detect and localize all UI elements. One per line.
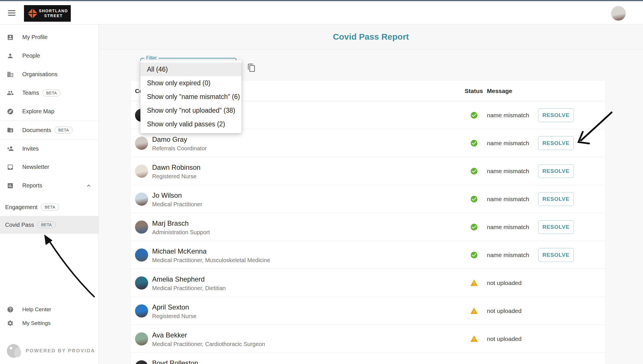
sidebar-nav: My Profile People Organisations Teams — [0, 28, 98, 234]
avatar — [135, 221, 148, 234]
menu-icon[interactable] — [8, 9, 17, 18]
sidebar-item[interactable]: Reports — [0, 176, 98, 195]
filter-select-label: Filter — [144, 55, 159, 61]
sidebar-footer-item[interactable]: Help Center — [0, 303, 98, 316]
avatar — [135, 165, 148, 178]
sidebar-item-label: Engagement — [5, 204, 37, 211]
status-message: name mismatch — [487, 140, 529, 147]
sidebar-item-label: Teams — [22, 90, 39, 96]
status-message: name mismatch — [487, 112, 529, 119]
avatar — [135, 193, 148, 206]
avatar — [135, 276, 148, 290]
sidebar-item[interactable]: Teams BETA — [0, 84, 98, 102]
contact-role: Medical Practitioner, Musculoskeletal Me… — [152, 257, 270, 264]
contact-role: Medical Practitioner — [152, 201, 202, 208]
beta-badge: BETA — [55, 127, 73, 134]
sidebar-item[interactable]: Documents BETA — [0, 121, 98, 139]
avatar — [135, 248, 148, 262]
sidebar-item[interactable]: People — [0, 46, 98, 65]
avatar — [135, 137, 148, 150]
contact-name: Damo Gray — [152, 136, 187, 143]
warning-icon — [470, 279, 478, 287]
beta-badge: BETA — [41, 204, 59, 211]
contact-role: Administration Support — [152, 229, 210, 236]
filter-option[interactable]: Show only "not uploaded" (38) — [140, 104, 241, 117]
check-circle-icon — [470, 195, 478, 203]
contact-role: Referrals Coordinator — [152, 145, 207, 152]
sidebar-item[interactable]: Explore Map — [0, 102, 98, 121]
explore-icon — [7, 108, 14, 115]
sidebar-item-label: Reports — [22, 182, 42, 189]
avatar — [135, 360, 148, 364]
check-circle-icon — [470, 111, 478, 119]
status-message: not uploaded — [487, 308, 521, 314]
avatar — [135, 304, 148, 318]
window-top-strip — [0, 0, 643, 1]
top-bar: SHORTLAND STREET — [0, 1, 643, 25]
resolve-button[interactable]: RESOLVE — [538, 136, 574, 150]
sidebar-item[interactable]: Engagement BETA — [0, 198, 98, 216]
contact-role: Medical Practitioner, Cardiothoracic Sur… — [152, 341, 265, 347]
filter-option[interactable]: Show only "name mismatch" (6) — [140, 90, 241, 104]
app-window: SHORTLAND STREET My Profile People — [0, 0, 643, 364]
powered-by: POWERED BY PROVIDA — [7, 343, 95, 358]
person-add-icon — [7, 145, 14, 152]
resolve-button[interactable]: RESOLVE — [538, 164, 574, 178]
contact-name: Dawn Robinson — [152, 163, 200, 171]
sidebar-item[interactable]: Covid Pass BETA — [0, 216, 98, 234]
inbox-icon — [7, 164, 14, 171]
copy-icon[interactable] — [247, 63, 256, 72]
logo-text: SHORTLAND STREET — [39, 9, 68, 19]
table-body: name mismatch RESOLVE Damo Gray Referral… — [130, 101, 605, 364]
sidebar-item-label: Organisations — [22, 71, 57, 78]
expand-less-icon[interactable] — [85, 182, 92, 189]
sidebar-item[interactable]: Newsletter — [0, 158, 98, 176]
filter-option[interactable]: Show only valid passes (2) — [140, 117, 241, 131]
resolve-button[interactable]: RESOLVE — [538, 108, 574, 122]
contact-role: Registered Nurse — [152, 313, 197, 319]
powered-by-text: POWERED BY PROVIDA — [26, 348, 95, 354]
table-row: Ava Bekker Medical Practitioner, Cardiot… — [130, 325, 605, 353]
sidebar-item[interactable]: My Profile — [0, 28, 98, 46]
status-message: not uploaded — [487, 280, 521, 286]
resolve-button[interactable]: RESOLVE — [538, 248, 574, 262]
sidebar-item[interactable]: Invites — [0, 139, 98, 158]
sidebar-item-label: Documents — [22, 127, 51, 134]
sidebar-item-label: Invites — [22, 145, 39, 152]
column-header-message: Message — [487, 88, 512, 94]
contact-name: Ava Bekker — [152, 331, 187, 339]
contact-name: Michael McKenna — [152, 247, 207, 255]
sidebar-item-label: My Profile — [22, 34, 48, 41]
contact-name: Jo Wilson — [152, 191, 182, 199]
logo-diamond-icon — [26, 7, 39, 20]
resolve-button[interactable]: RESOLVE — [538, 192, 574, 206]
warning-icon — [470, 335, 478, 343]
filter-option[interactable]: Show only expired (0) — [140, 76, 241, 90]
filter-option[interactable]: All (46) — [140, 62, 241, 76]
sidebar-footer-item[interactable]: My Settings — [0, 316, 98, 330]
sidebar-item-label: My Settings — [22, 320, 51, 326]
sidebar-item-label: Newsletter — [22, 164, 49, 170]
sidebar: My Profile People Organisations Teams — [0, 25, 99, 364]
table-row: Damo Gray Referrals Coordinator name mis… — [130, 129, 605, 157]
sidebar-item[interactable]: Organisations — [0, 65, 98, 84]
page-header: Covid Pass Report — [99, 25, 643, 49]
settings-icon — [7, 320, 14, 327]
table-row: Amelia Shepherd Medical Practitioner, Di… — [130, 269, 605, 297]
user-avatar[interactable] — [611, 6, 626, 21]
provida-logo-icon — [7, 343, 22, 358]
contact-name: Boyd Rolleston — [152, 359, 198, 364]
check-circle-icon — [470, 251, 478, 259]
status-message: name mismatch — [487, 168, 529, 175]
shortland-street-logo[interactable]: SHORTLAND STREET — [24, 5, 71, 22]
column-header-status: Status — [465, 88, 483, 94]
resolve-button[interactable]: RESOLVE — [538, 220, 574, 234]
contact-name: Marj Brasch — [152, 219, 189, 227]
beta-badge: BETA — [43, 90, 61, 96]
account-box-icon — [7, 34, 14, 41]
contact-name: April Sexton — [152, 303, 189, 311]
status-message: name mismatch — [487, 196, 529, 203]
table-row: Boyd Rolleston — [130, 353, 605, 364]
check-circle-icon — [470, 139, 478, 147]
status-message: name mismatch — [487, 252, 529, 258]
